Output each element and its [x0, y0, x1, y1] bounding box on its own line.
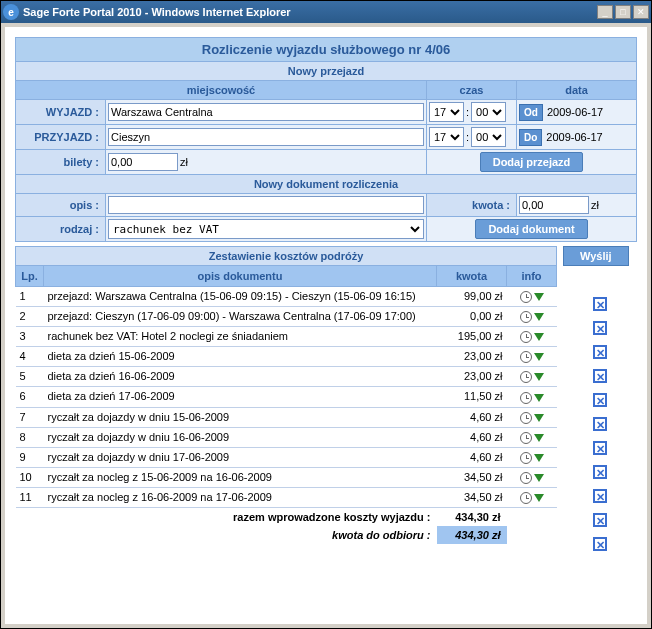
row-kwota: 0,00 zł [437, 307, 507, 327]
app-window: e Sage Forte Portal 2010 - Windows Inter… [0, 0, 652, 629]
row-desc: dieta za dzień 15-06-2009 [44, 347, 437, 367]
delete-icon[interactable]: ✕ [593, 369, 607, 383]
totals-odbior-value: 434,30 zł [437, 526, 507, 544]
totals-razem-value: 434,30 zł [437, 508, 507, 527]
table-row: 6dieta za dzień 17-06-200911,50 zł [16, 387, 557, 407]
edit-icon[interactable] [534, 373, 544, 381]
row-desc: przejazd: Cieszyn (17-06-09 09:00) - War… [44, 307, 437, 327]
row-lp: 11 [16, 487, 44, 507]
row-kwota: 23,00 zł [437, 367, 507, 387]
send-button[interactable]: Wyślij [563, 246, 629, 266]
kwota-input[interactable] [519, 196, 589, 214]
row-lp: 10 [16, 467, 44, 487]
table-row: 4dieta za dzień 15-06-200923,00 zł [16, 347, 557, 367]
row-desc: ryczałt za dojazdy w dniu 16-06-2009 [44, 427, 437, 447]
przyjazd-min-select[interactable]: 00 [471, 127, 506, 147]
wyjazd-hour-select[interactable]: 17 [429, 102, 464, 122]
wyjazd-label: WYJAZD : [16, 100, 106, 125]
add-travel-button[interactable]: Dodaj przejazd [480, 152, 584, 172]
rodzaj-select[interactable]: rachunek bez VAT [108, 219, 424, 239]
opis-input[interactable] [108, 196, 424, 214]
przyjazd-date: 2009-06-17 [544, 131, 602, 143]
doc-section-header: Nowy dokument rozliczenia [16, 175, 637, 194]
page-content: Rozliczenie wyjazdu służbowego nr 4/06 N… [5, 27, 647, 624]
table-row: 5dieta za dzień 16-06-200923,00 zł [16, 367, 557, 387]
do-button[interactable]: Do [519, 129, 542, 146]
row-desc: rachunek bez VAT: Hotel 2 noclegi ze śni… [44, 327, 437, 347]
delete-icon[interactable]: ✕ [593, 441, 607, 455]
clock-icon[interactable] [520, 291, 532, 303]
edit-icon[interactable] [534, 353, 544, 361]
row-kwota: 4,60 zł [437, 447, 507, 467]
delete-icon[interactable]: ✕ [593, 345, 607, 359]
travel-section-header: Nowy przejazd [16, 62, 637, 81]
row-kwota: 4,60 zł [437, 407, 507, 427]
bilety-input[interactable] [108, 153, 178, 171]
przyjazd-place-input[interactable] [108, 128, 424, 146]
clock-icon[interactable] [520, 412, 532, 424]
wyjazd-date: 2009-06-17 [545, 106, 603, 118]
row-kwota: 195,00 zł [437, 327, 507, 347]
row-desc: przejazd: Warszawa Centralna (15-06-09 0… [44, 287, 437, 307]
table-row: 10ryczałt za nocleg z 15-06-2009 na 16-0… [16, 467, 557, 487]
bilety-unit: zł [180, 156, 188, 168]
edit-icon[interactable] [534, 313, 544, 321]
row-lp: 5 [16, 367, 44, 387]
row-kwota: 99,00 zł [437, 287, 507, 307]
clock-icon[interactable] [520, 472, 532, 484]
table-row: 3rachunek bez VAT: Hotel 2 noclegi ze śn… [16, 327, 557, 347]
clock-icon[interactable] [520, 452, 532, 464]
minimize-button[interactable]: _ [597, 5, 613, 19]
row-lp: 4 [16, 347, 44, 367]
edit-icon[interactable] [534, 394, 544, 402]
clock-icon[interactable] [520, 331, 532, 343]
clock-icon[interactable] [520, 492, 532, 504]
edit-icon[interactable] [534, 434, 544, 442]
opis-label: opis : [16, 194, 106, 217]
clock-icon[interactable] [520, 371, 532, 383]
przyjazd-label: PRZYJAZD : [16, 125, 106, 150]
col-miejsce: miejscowość [16, 81, 427, 100]
przyjazd-hour-select[interactable]: 17 [429, 127, 464, 147]
col-info: info [507, 266, 557, 287]
col-lp: Lp. [16, 266, 44, 287]
od-button[interactable]: Od [519, 104, 543, 121]
delete-icon[interactable]: ✕ [593, 321, 607, 335]
clock-icon[interactable] [520, 432, 532, 444]
delete-icon[interactable]: ✕ [593, 465, 607, 479]
row-kwota: 11,50 zł [437, 387, 507, 407]
row-lp: 7 [16, 407, 44, 427]
delete-icon[interactable]: ✕ [593, 513, 607, 527]
table-row: 7ryczałt za dojazdy w dniu 15-06-20094,6… [16, 407, 557, 427]
delete-icon[interactable]: ✕ [593, 417, 607, 431]
col-kwota: kwota [437, 266, 507, 287]
clock-icon[interactable] [520, 351, 532, 363]
wyjazd-min-select[interactable]: 00 [471, 102, 506, 122]
wyjazd-place-input[interactable] [108, 103, 424, 121]
add-doc-button[interactable]: Dodaj dokument [475, 219, 587, 239]
edit-icon[interactable] [534, 333, 544, 341]
col-data: data [517, 81, 637, 100]
delete-icon[interactable]: ✕ [593, 489, 607, 503]
edit-icon[interactable] [534, 293, 544, 301]
page-title: Rozliczenie wyjazdu służbowego nr 4/06 [16, 38, 637, 62]
maximize-button[interactable]: □ [615, 5, 631, 19]
clock-icon[interactable] [520, 392, 532, 404]
delete-icon[interactable]: ✕ [593, 393, 607, 407]
edit-icon[interactable] [534, 414, 544, 422]
edit-icon[interactable] [534, 474, 544, 482]
row-desc: ryczałt za nocleg z 15-06-2009 na 16-06-… [44, 467, 437, 487]
table-row: 1przejazd: Warszawa Centralna (15-06-09 … [16, 287, 557, 307]
delete-icon[interactable]: ✕ [593, 297, 607, 311]
edit-icon[interactable] [534, 454, 544, 462]
table-row: 9ryczałt za dojazdy w dniu 17-06-20094,6… [16, 447, 557, 467]
kwota-label: kwota : [427, 194, 517, 217]
edit-icon[interactable] [534, 494, 544, 502]
row-desc: dieta za dzień 17-06-2009 [44, 387, 437, 407]
close-button[interactable]: ✕ [633, 5, 649, 19]
row-lp: 2 [16, 307, 44, 327]
window-title: Sage Forte Portal 2010 - Windows Interne… [23, 6, 597, 18]
clock-icon[interactable] [520, 311, 532, 323]
delete-icon[interactable]: ✕ [593, 537, 607, 551]
col-czas: czas [427, 81, 517, 100]
